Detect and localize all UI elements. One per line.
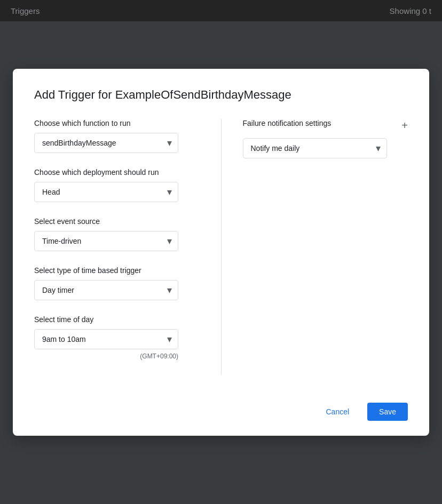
modal-footer: Cancel Save	[34, 394, 408, 421]
modal-body: Choose which function to run sendBirthda…	[34, 119, 408, 375]
timezone-note: (GMT+09:00)	[34, 353, 178, 360]
function-section: Choose which function to run sendBirthda…	[34, 119, 200, 153]
failure-label: Failure notification settings	[243, 119, 332, 127]
event-source-label: Select event source	[34, 217, 200, 226]
trigger-type-section: Select type of time based trigger Day ti…	[34, 266, 200, 300]
function-label: Choose which function to run	[34, 119, 200, 127]
notify-select[interactable]: Notify me daily	[243, 138, 387, 158]
notify-select-wrapper: Notify me daily ▾	[243, 138, 387, 158]
trigger-type-select[interactable]: Day timer	[34, 280, 178, 300]
deployment-section: Choose which deployment should run Head …	[34, 168, 200, 202]
function-select[interactable]: sendBirthdayMessage	[34, 133, 178, 153]
failure-header: Failure notification settings +	[243, 119, 408, 133]
save-button[interactable]: Save	[367, 403, 408, 421]
plus-icon[interactable]: +	[401, 119, 408, 132]
modal-overlay: Add Trigger for ExampleOfSendBirthdayMes…	[0, 0, 442, 504]
event-source-select-wrapper: Time-driven ▾	[34, 231, 178, 251]
deployment-select-wrapper: Head ▾	[34, 182, 178, 202]
modal-title: Add Trigger for ExampleOfSendBirthdayMes…	[34, 88, 408, 102]
right-column: Failure notification settings + Notify m…	[222, 119, 408, 375]
time-of-day-label: Select time of day	[34, 315, 200, 324]
trigger-type-select-wrapper: Day timer ▾	[34, 280, 178, 300]
modal-dialog: Add Trigger for ExampleOfSendBirthdayMes…	[13, 69, 429, 436]
deployment-label: Choose which deployment should run	[34, 168, 200, 177]
event-source-select[interactable]: Time-driven	[34, 231, 178, 251]
left-column: Choose which function to run sendBirthda…	[34, 119, 222, 375]
cancel-button[interactable]: Cancel	[314, 403, 361, 421]
time-of-day-select-wrapper: 9am to 10am ▾	[34, 329, 178, 349]
function-select-wrapper: sendBirthdayMessage ▾	[34, 133, 178, 153]
time-of-day-select[interactable]: 9am to 10am	[34, 329, 178, 349]
deployment-select[interactable]: Head	[34, 182, 178, 202]
event-source-section: Select event source Time-driven ▾	[34, 217, 200, 251]
trigger-type-label: Select type of time based trigger	[34, 266, 200, 275]
time-of-day-section: Select time of day 9am to 10am ▾ (GMT+09…	[34, 315, 200, 360]
